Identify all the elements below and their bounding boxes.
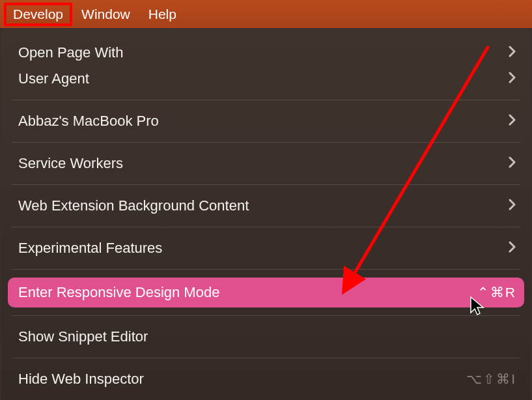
menubar-item-window[interactable]: Window bbox=[72, 3, 139, 26]
chevron-right-icon bbox=[509, 72, 516, 87]
menu-item-label: User Agent bbox=[18, 70, 89, 87]
menubar-label: Window bbox=[81, 7, 130, 22]
keyboard-shortcut: ⌥⇧⌘I bbox=[466, 371, 516, 387]
menu-item-label: Service Workers bbox=[18, 155, 123, 172]
menu-item-label: Open Page With bbox=[18, 44, 123, 61]
menu-item-open-page-with[interactable]: Open Page With bbox=[1, 40, 531, 66]
menu-item-responsive-design-mode[interactable]: Enter Responsive Design Mode ⌃⌘R bbox=[8, 278, 524, 307]
menu-item-show-snippet-editor[interactable]: Show Snippet Editor bbox=[1, 324, 531, 350]
menu-item-label: Hide Web Inspector bbox=[18, 371, 144, 388]
menu-item-hide-web-inspector[interactable]: Hide Web Inspector ⌥⇧⌘I bbox=[1, 366, 531, 392]
keyboard-shortcut: ⌃⌘R bbox=[477, 285, 516, 300]
menubar: Develop Window Help bbox=[0, 0, 532, 28]
menu-item-label: Abbaz's MacBook Pro bbox=[18, 113, 159, 130]
chevron-right-icon bbox=[509, 241, 516, 256]
menu-item-label: Web Extension Background Content bbox=[18, 197, 249, 214]
menu-item-label: Show Snippet Editor bbox=[18, 328, 148, 345]
menu-separator bbox=[12, 269, 520, 270]
menubar-item-develop[interactable]: Develop bbox=[4, 3, 72, 26]
chevron-right-icon bbox=[509, 156, 516, 171]
menu-item-service-workers[interactable]: Service Workers bbox=[1, 150, 531, 177]
menu-item-web-extension-background[interactable]: Web Extension Background Content bbox=[1, 193, 531, 219]
menubar-label: Help bbox=[148, 7, 176, 22]
menubar-item-help[interactable]: Help bbox=[139, 3, 186, 26]
chevron-right-icon bbox=[509, 114, 516, 129]
menu-separator bbox=[12, 142, 520, 143]
menu-separator bbox=[12, 358, 520, 358]
chevron-right-icon bbox=[509, 199, 516, 214]
menu-separator bbox=[12, 100, 520, 100]
develop-dropdown: Open Page With User Agent Abbaz's MacBoo… bbox=[1, 28, 531, 400]
menu-item-label: Experimental Features bbox=[18, 240, 162, 257]
chevron-right-icon bbox=[509, 46, 516, 61]
menu-item-label: Enter Responsive Design Mode bbox=[18, 284, 219, 301]
menu-item-user-agent[interactable]: User Agent bbox=[1, 66, 531, 92]
menu-separator bbox=[12, 227, 520, 227]
menu-separator bbox=[12, 315, 520, 316]
menu-item-experimental-features[interactable]: Experimental Features bbox=[1, 235, 531, 261]
menu-separator bbox=[12, 184, 520, 185]
menubar-label: Develop bbox=[13, 7, 63, 22]
menu-item-device[interactable]: Abbaz's MacBook Pro bbox=[1, 108, 531, 134]
